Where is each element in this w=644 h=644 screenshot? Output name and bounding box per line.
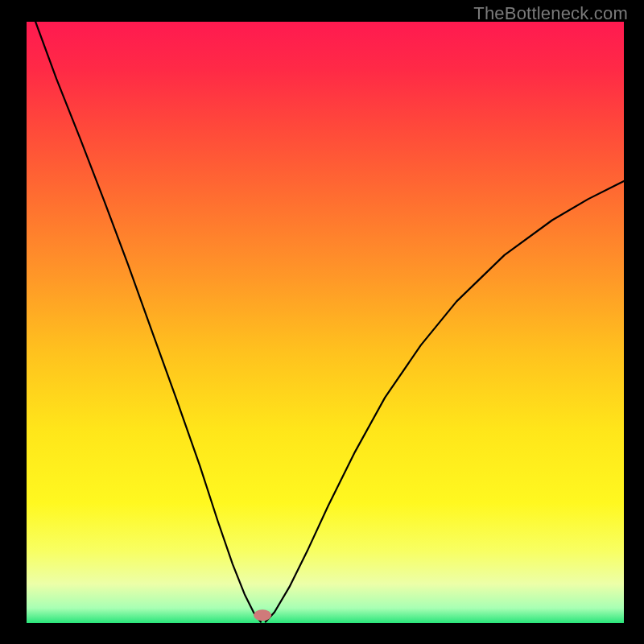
gradient-background (27, 22, 624, 623)
plot-area (27, 22, 624, 623)
min-marker (254, 609, 271, 621)
watermark-text: TheBottleneck.com (473, 3, 628, 24)
chart-svg (27, 22, 624, 623)
outer-frame: TheBottleneck.com (0, 0, 644, 644)
